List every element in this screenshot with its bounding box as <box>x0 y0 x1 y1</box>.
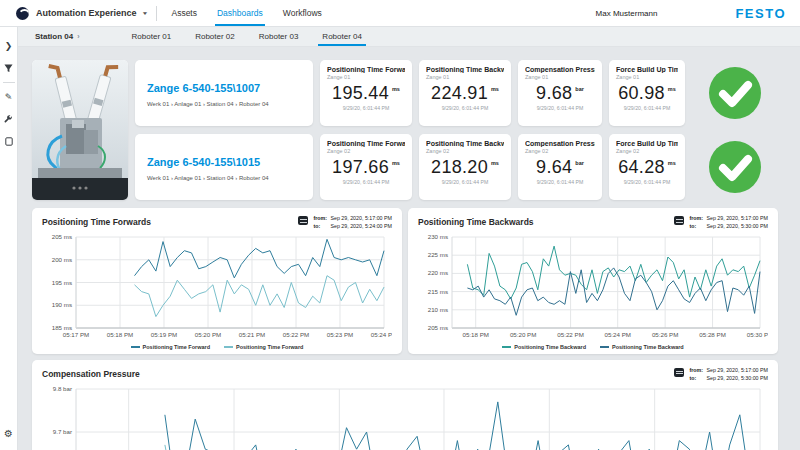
svg-text:05:24 PM: 05:24 PM <box>371 331 392 338</box>
range-to-value: Sep 29, 2020, 5:30:00 PM <box>706 223 768 229</box>
status-ok-indicator-2 <box>692 134 778 200</box>
kpi-compensation-pressure-1[interactable]: Compensation Pressure Zange 01 9.68bar 9… <box>518 60 602 126</box>
svg-text:220 ms: 220 ms <box>428 269 448 276</box>
tab-roboter-01[interactable]: Roboter 01 <box>132 27 172 46</box>
kpi-value: 224.91 <box>431 84 488 102</box>
kpi-positioning-forward-1[interactable]: Positioning Time Forward Zange 01 195.44… <box>320 60 412 126</box>
header-divider <box>156 6 157 21</box>
chart-card-compensation-pressure: Compensation Pressure from:Sep 29, 2020,… <box>32 360 778 450</box>
app-logo-icon[interactable] <box>16 7 29 20</box>
kpi-label: Compensation Pressure <box>525 140 595 147</box>
kpi-unit: bar <box>575 86 584 92</box>
asset-title: Zange 6-540-155\1015 <box>147 156 301 168</box>
kpi-unit: ms <box>491 160 499 166</box>
kpi-value: 197.66 <box>332 158 389 176</box>
svg-text:05:18 PM: 05:18 PM <box>107 331 133 338</box>
line-chart-positioning-forwards[interactable]: 185 ms190 ms195 ms200 ms205 ms05:17 PM05… <box>42 231 392 343</box>
festo-brand-logo: FESTO <box>735 6 786 21</box>
status-ok-indicator-1 <box>692 60 778 126</box>
chart-card-positioning-forwards: Positioning Time Forwards from:Sep 29, 2… <box>32 208 402 354</box>
chevron-right-icon: › <box>77 33 79 40</box>
svg-text:225 ms: 225 ms <box>428 251 448 258</box>
asset-photo[interactable] <box>32 60 128 200</box>
kpi-label: Positioning Time Backward <box>426 140 504 147</box>
nav-tab-workflows[interactable]: Workflows <box>283 0 322 26</box>
pencil-icon[interactable]: ✎ <box>0 86 18 108</box>
range-from-label: from: <box>689 367 706 375</box>
kpi-label: Positioning Time Backward <box>426 66 504 73</box>
kpi-positioning-backward-2[interactable]: Positioning Time Backward Zange 02 218.2… <box>419 134 511 200</box>
kpi-timestamp: 9/29/20, 6:01:44 PM <box>327 179 405 185</box>
kpi-label: Positioning Time Forward <box>327 140 405 147</box>
nav-tab-assets[interactable]: Assets <box>171 0 197 26</box>
line-chart-positioning-backwards[interactable]: 205 ms210 ms215 ms220 ms225 ms230 ms05:1… <box>418 231 768 343</box>
kpi-subtitle: Zange 02 <box>616 148 678 154</box>
kpi-subtitle: Zange 01 <box>426 74 504 80</box>
kpi-value: 195.44 <box>332 84 389 102</box>
chart-legend: Positioning Time BackwardPositioning Tim… <box>418 344 768 350</box>
date-range-picker[interactable]: from:Sep 29, 2020, 5:17:00 PM to:Sep 29,… <box>674 215 768 231</box>
legend-item: Positioning Time Forward <box>131 344 210 350</box>
expand-sidebar-icon[interactable]: ❯ <box>0 35 18 57</box>
wrench-icon[interactable] <box>0 108 18 130</box>
user-name[interactable]: Max Mustermann <box>596 9 658 18</box>
date-range-picker[interactable]: from:Sep 29, 2020, 5:17:00 PM to:Sep 29,… <box>298 215 392 231</box>
kpi-label: Positioning Time Forward <box>327 66 405 73</box>
svg-text:05:21 PM: 05:21 PM <box>239 331 265 338</box>
kpi-positioning-backward-1[interactable]: Positioning Time Backward Zange 01 224.9… <box>419 60 511 126</box>
filter-icon[interactable] <box>0 57 18 79</box>
range-to-label: to: <box>689 375 706 383</box>
tab-roboter-04[interactable]: Roboter 04 <box>322 27 362 46</box>
chevron-down-icon[interactable]: ▼ <box>142 11 149 16</box>
kpi-force-buildup-2[interactable]: Force Build Up Time Zange 02 64.28ms 9/2… <box>609 134 685 200</box>
kpi-unit: ms <box>491 86 499 92</box>
svg-text:215 ms: 215 ms <box>428 287 448 294</box>
svg-text:05:17 PM: 05:17 PM <box>63 331 89 338</box>
svg-text:205 ms: 205 ms <box>52 233 72 240</box>
left-sidebar: ❯ ✎ ⚙ <box>0 27 18 450</box>
range-from-value: Sep 29, 2020, 5:17:00 PM <box>330 215 392 221</box>
tab-roboter-02[interactable]: Roboter 02 <box>195 27 235 46</box>
svg-text:05:19 PM: 05:19 PM <box>151 331 177 338</box>
kpi-unit: ms <box>392 86 400 92</box>
range-from-value: Sep 29, 2020, 5:17:00 PM <box>706 367 768 373</box>
date-range-picker[interactable]: from:Sep 29, 2020, 5:17:00 PM to:Sep 29,… <box>674 367 768 383</box>
kpi-subtitle: Zange 02 <box>327 148 405 154</box>
kpi-unit: ms <box>392 160 400 166</box>
kpi-compensation-pressure-2[interactable]: Compensation Pressure Zange 02 9.64bar 9… <box>518 134 602 200</box>
svg-text:05:18 PM: 05:18 PM <box>462 331 488 338</box>
chart-card-positioning-backwards: Positioning Time Backwards from:Sep 29, … <box>408 208 778 354</box>
kpi-subtitle: Zange 01 <box>525 74 595 80</box>
range-to-value: Sep 29, 2020, 5:30:00 PM <box>706 375 768 381</box>
welding-gun-image <box>32 60 128 200</box>
svg-text:05:23 PM: 05:23 PM <box>327 331 353 338</box>
asset-card-1007[interactable]: Zange 6-540-155\1007 Werk 01 › Anlage 01… <box>135 60 313 126</box>
svg-text:200 ms: 200 ms <box>52 256 72 263</box>
roboter-tabs: Roboter 01 Roboter 02 Roboter 03 Roboter… <box>132 27 362 46</box>
check-circle-icon <box>707 139 763 195</box>
kpi-timestamp: 9/29/20, 6:01:44 PM <box>525 179 595 185</box>
tab-roboter-03[interactable]: Roboter 03 <box>259 27 299 46</box>
range-to-label: to: <box>313 223 330 231</box>
svg-text:05:24 PM: 05:24 PM <box>604 331 630 338</box>
range-from-value: Sep 29, 2020, 5:17:00 PM <box>706 215 768 221</box>
kpi-force-buildup-1[interactable]: Force Build Up Time Zange 01 60.98ms 9/2… <box>609 60 685 126</box>
kpi-subtitle: Zange 01 <box>327 74 405 80</box>
sidebar-divider <box>3 82 15 83</box>
svg-text:185 ms: 185 ms <box>52 324 72 331</box>
kpi-positioning-forward-2[interactable]: Positioning Time Forward Zange 02 197.66… <box>320 134 412 200</box>
line-chart-compensation-pressure[interactable]: 9.5 bar9.6 bar9.7 bar9.8 bar05:18 PM05:2… <box>42 383 768 450</box>
kpi-label: Force Build Up Time <box>616 140 678 147</box>
main-content: Zange 6-540-155\1007 Werk 01 › Anlage 01… <box>18 47 800 450</box>
kpi-unit: bar <box>575 160 584 166</box>
svg-text:195 ms: 195 ms <box>52 278 72 285</box>
kpi-value: 9.68 <box>536 84 572 102</box>
svg-text:9.7 bar: 9.7 bar <box>53 428 72 435</box>
nav-tab-dashboards[interactable]: Dashboards <box>217 0 263 26</box>
tablet-icon[interactable] <box>0 130 18 152</box>
svg-text:205 ms: 205 ms <box>428 324 448 331</box>
settings-gear-icon[interactable]: ⚙ <box>0 422 18 444</box>
asset-card-1015[interactable]: Zange 6-540-155\1015 Werk 01 › Anlage 01… <box>135 134 313 200</box>
station-selector[interactable]: Station 04 › <box>35 32 80 41</box>
legend-item: Positioning Time Backward <box>600 344 684 350</box>
